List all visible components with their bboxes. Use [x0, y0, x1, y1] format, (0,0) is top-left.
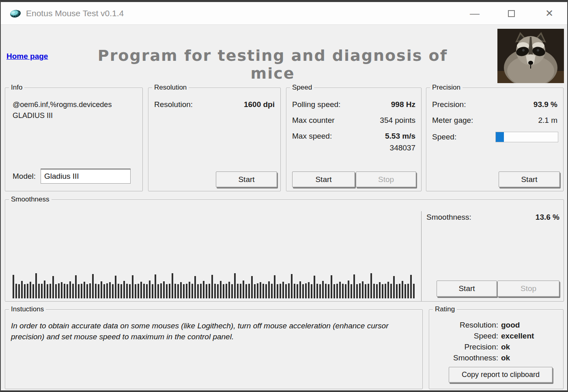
rating-smoothness-label: Smoothness:: [433, 352, 498, 363]
copy-report-button[interactable]: Copy report to clipboard: [449, 367, 553, 383]
app-mouse-icon: [9, 8, 22, 19]
window-title: Enotus Mouse Test v0.1.4: [26, 9, 124, 18]
meter-gage-label: Meter gage:: [432, 116, 473, 125]
smoothness-stop-button[interactable]: Stop: [497, 281, 559, 297]
resolution-legend: Resolution: [152, 84, 189, 92]
rating-precision-value: ok: [501, 341, 510, 352]
precision-progress-fill: [496, 132, 504, 142]
speed-start-button[interactable]: Start: [292, 171, 355, 187]
rating-group: Rating Resolution: good Speed: excellent…: [429, 309, 564, 389]
rating-legend: Rating: [433, 305, 457, 313]
rating-row-speed: Speed: excellent: [433, 330, 555, 341]
raccoon-photo: [497, 29, 564, 83]
device-info-text: @oem6.inf,%rogms.devicedes GLADIUS III: [13, 99, 137, 121]
device-info-line1: @oem6.inf,%rogms.devicedes: [13, 99, 137, 110]
smoothness-divider: [421, 211, 422, 301]
rating-row-precision: Precision: ok: [433, 341, 555, 352]
app-window: Enotus Mouse Test v0.1.4 — ✕ Home page P…: [0, 0, 568, 392]
maximize-button[interactable]: [501, 5, 521, 21]
smoothness-value: 13.6 %: [536, 213, 559, 222]
precision-start-button[interactable]: Start: [499, 171, 560, 187]
title-bar: Enotus Mouse Test v0.1.4 — ✕: [1, 2, 567, 25]
smoothness-group: Smoothness Smoothness: 13.6 % Start Stop: [5, 199, 564, 302]
resolution-start-button[interactable]: Start: [216, 171, 277, 187]
info-legend: Info: [9, 84, 24, 92]
rating-row-smoothness: Smoothness: ok: [433, 352, 555, 363]
resolution-label: Resolution:: [154, 100, 193, 109]
instructions-text: In order to obtain accurate data on some…: [11, 320, 392, 342]
max-speed-value: 5.53 m/s: [385, 132, 415, 141]
speed-stop-button[interactable]: Stop: [356, 171, 416, 187]
polling-speed-value: 998 Hz: [391, 100, 415, 109]
precision-speed-label: Speed:: [432, 133, 456, 141]
precision-label: Precision:: [432, 100, 466, 109]
close-button[interactable]: ✕: [540, 5, 559, 21]
maximize-icon: [508, 10, 515, 17]
max-speed-label: Max speed:: [292, 132, 332, 141]
rating-resolution-label: Resolution:: [433, 319, 498, 330]
max-counter-label: Max counter: [292, 116, 335, 125]
resolution-value: 1600 dpi: [244, 100, 275, 109]
max-counter-value: 354 points: [380, 116, 415, 125]
model-label: Model:: [13, 172, 36, 181]
home-page-link[interactable]: Home page: [6, 52, 48, 61]
model-input[interactable]: [41, 169, 131, 184]
minimize-button[interactable]: —: [465, 5, 484, 21]
speed-group: Speed Polling speed: 998 Hz Max counter …: [286, 88, 422, 191]
rating-precision-label: Precision:: [433, 341, 498, 352]
counter-raw-value: 348037: [390, 144, 415, 152]
rating-smoothness-value: ok: [501, 352, 510, 363]
rating-resolution-value: good: [501, 319, 520, 330]
precision-legend: Precision: [430, 84, 463, 92]
smoothness-start-button[interactable]: Start: [437, 281, 497, 297]
smoothness-bars: [13, 270, 418, 298]
rating-row-resolution: Resolution: good: [433, 319, 555, 330]
info-group: Info @oem6.inf,%rogms.devicedes GLADIUS …: [5, 88, 143, 191]
instructions-legend: Instuctions: [9, 305, 46, 313]
meter-gage-value: 2.1 m: [538, 116, 557, 125]
precision-value: 93.9 %: [534, 100, 557, 109]
precision-speed-progressbar: [495, 132, 558, 142]
resolution-group: Resolution Resolution: 1600 dpi Start: [148, 88, 281, 191]
smoothness-label: Smoothness:: [426, 213, 471, 222]
device-info-line2: GLADIUS III: [13, 110, 137, 121]
page-title: Program for testing and diagnosis of mic…: [82, 47, 463, 82]
instructions-group: Instuctions In order to obtain accurate …: [5, 309, 423, 389]
rating-speed-label: Speed:: [433, 330, 498, 341]
precision-group: Precision Precision: 93.9 % Meter gage: …: [426, 88, 564, 191]
polling-speed-label: Polling speed:: [292, 100, 340, 109]
speed-legend: Speed: [290, 84, 314, 92]
smoothness-legend: Smoothness: [9, 195, 52, 203]
rating-speed-value: excellent: [501, 330, 534, 341]
